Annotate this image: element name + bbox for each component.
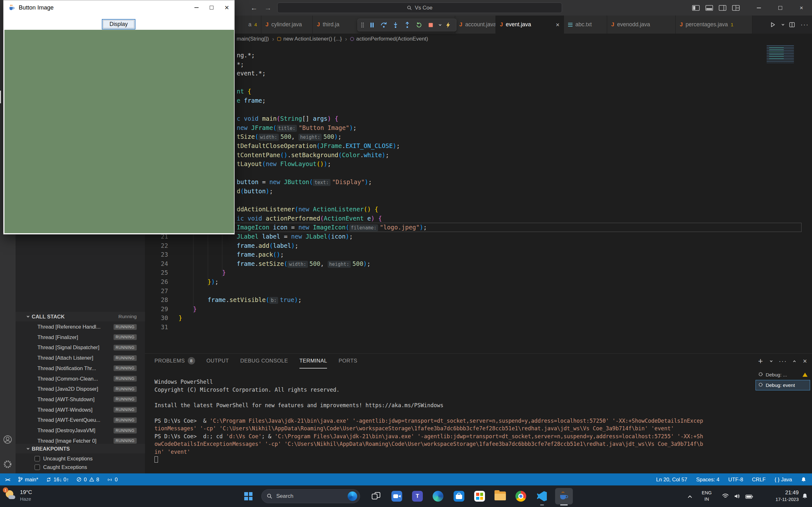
panel-tab-terminal[interactable]: TERMINAL: [299, 354, 327, 369]
settings-gear-icon[interactable]: [3, 459, 12, 470]
eol-setting[interactable]: CRLF: [752, 476, 766, 483]
terminal-instance[interactable]: Debug: event: [756, 380, 810, 390]
remote-indicator[interactable]: ><: [5, 477, 10, 482]
close-panel-icon[interactable]: ×: [803, 357, 807, 365]
nav-forward-icon[interactable]: →: [264, 4, 271, 12]
panel-tab-debug-console[interactable]: DEBUG CONSOLE: [241, 354, 288, 369]
git-branch-indicator[interactable]: main*: [18, 476, 38, 483]
swing-minimize-button[interactable]: [189, 0, 204, 15]
clock[interactable]: 21:49 17-11-2023: [761, 490, 799, 502]
tab-evenodd-java[interactable]: Jevenodd.java: [607, 15, 676, 34]
chrome-icon[interactable]: [513, 488, 529, 504]
maximize-panel-icon[interactable]: [793, 360, 796, 363]
task-view-icon[interactable]: [368, 488, 385, 504]
taskbar-notifications-bell-icon[interactable]: [802, 493, 808, 507]
chat-icon[interactable]: [389, 488, 405, 504]
swing-titlebar[interactable]: Button Image ×: [3, 0, 235, 15]
nav-back-icon[interactable]: ←: [251, 4, 258, 12]
language-indicator[interactable]: ENG IN: [698, 490, 716, 502]
maximize-button[interactable]: [769, 0, 791, 15]
thread-row[interactable]: Thread [AWT-Shutdown]RUNNING: [15, 395, 145, 404]
tab-event-java[interactable]: Jevent.java×: [496, 15, 564, 34]
thread-row[interactable]: Thread [Attach Listener]RUNNING: [15, 353, 145, 363]
split-editor-icon[interactable]: [789, 22, 795, 27]
tab-percentages-java[interactable]: Jpercentages.java1: [676, 15, 752, 34]
thread-row[interactable]: Thread [Signal Dispatcher]RUNNING: [15, 343, 145, 352]
close-button[interactable]: ×: [791, 0, 812, 15]
thread-row[interactable]: Thread [DestroyJavaVM]RUNNING: [15, 426, 145, 435]
restart-icon[interactable]: [415, 21, 423, 29]
stop-dropdown-icon[interactable]: [439, 23, 441, 26]
file-explorer-icon[interactable]: [492, 488, 508, 504]
more-actions-icon[interactable]: ···: [801, 21, 809, 28]
battery-icon[interactable]: [745, 494, 753, 507]
stop-icon[interactable]: [427, 21, 435, 29]
tab-account-java[interactable]: Jaccount.java: [455, 15, 496, 34]
panel-tab-problems[interactable]: PROBLEMS8: [154, 354, 195, 369]
command-center-search[interactable]: Vs Coe: [277, 3, 562, 13]
checkbox[interactable]: [35, 464, 40, 470]
hot-code-replace-icon[interactable]: [445, 21, 452, 29]
vscode-icon[interactable]: [534, 488, 550, 504]
thread-row[interactable]: Thread [Reference Handl...RUNNING: [15, 322, 145, 332]
teams-icon[interactable]: T: [409, 488, 425, 504]
microsoft-icon[interactable]: [472, 488, 488, 504]
minimize-button[interactable]: [748, 0, 769, 15]
toggle-primary-sidebar-icon[interactable]: [692, 5, 700, 11]
ports-indicator[interactable]: 0: [107, 476, 118, 483]
toggle-panel-icon[interactable]: [705, 5, 713, 11]
panel-tab-ports[interactable]: PORTS: [339, 354, 357, 369]
notifications-bell-icon[interactable]: [801, 477, 806, 482]
call-stack-header[interactable]: CALL STACK Running: [15, 312, 145, 321]
run-java-button[interactable]: [769, 21, 776, 28]
accounts-icon[interactable]: [3, 435, 12, 446]
breakpoint-item[interactable]: Uncaught Exceptions: [15, 454, 145, 463]
new-terminal-icon[interactable]: +: [758, 356, 763, 366]
breadcrumb-item[interactable]: main(String[]): [237, 36, 269, 42]
tray-chevron-icon[interactable]: [689, 486, 692, 507]
panel-tab-output[interactable]: OUTPUT: [206, 354, 229, 369]
terminal-output[interactable]: Windows PowerShellCopyright (C) Microsof…: [154, 378, 751, 471]
swing-close-button[interactable]: ×: [219, 0, 235, 15]
code-editor[interactable]: 1234567891011121314151617181920212223242…: [145, 44, 812, 353]
weather-widget[interactable]: 1 19°C Haze: [4, 488, 32, 502]
thread-row[interactable]: Thread [Java2D Disposer]RUNNING: [15, 384, 145, 394]
swing-maximize-button[interactable]: [204, 0, 219, 15]
tab-cylinder-java[interactable]: Jcylinder.java: [261, 15, 313, 34]
start-button[interactable]: [244, 492, 252, 500]
wifi-icon[interactable]: [722, 493, 729, 507]
terminal-instance[interactable]: Debug: ...: [756, 370, 810, 380]
volume-icon[interactable]: [734, 493, 740, 507]
indentation-setting[interactable]: Spaces: 4: [696, 476, 719, 483]
thread-row[interactable]: Thread [Notification Thr...RUNNING: [15, 363, 145, 373]
toggle-secondary-sidebar-icon[interactable]: [719, 5, 726, 11]
panel-more-icon[interactable]: ···: [779, 357, 787, 365]
checkbox[interactable]: [35, 456, 40, 461]
thread-row[interactable]: Thread [AWT-EventQueu...RUNNING: [15, 415, 145, 425]
step-into-icon[interactable]: [392, 21, 399, 29]
problems-indicator[interactable]: 0 8: [77, 476, 99, 483]
breadcrumb-item[interactable]: actionPerformed(ActionEvent): [350, 36, 428, 42]
tab-close-icon[interactable]: ×: [556, 21, 560, 28]
language-mode[interactable]: { } Java: [774, 476, 792, 483]
terminal-dropdown-icon[interactable]: [770, 359, 772, 362]
drag-grip-icon[interactable]: [361, 22, 364, 28]
pause-icon[interactable]: [368, 21, 376, 29]
step-out-icon[interactable]: [403, 21, 411, 29]
java-app-taskbar-icon[interactable]: [555, 488, 573, 504]
breakpoint-item[interactable]: Caught Exceptions: [15, 463, 145, 471]
cursor-position[interactable]: Ln 20, Col 57: [656, 476, 687, 483]
breakpoints-header[interactable]: BREAKPOINTS: [15, 444, 145, 453]
run-dropdown-icon[interactable]: [781, 23, 784, 25]
thread-row[interactable]: Thread [AWT-Windows]RUNNING: [15, 405, 145, 415]
customize-layout-icon[interactable]: [732, 5, 740, 11]
encoding-setting[interactable]: UTF-8: [728, 476, 743, 483]
git-sync-indicator[interactable]: 16↓ 0↑: [46, 476, 69, 483]
taskbar-search[interactable]: Search: [261, 489, 360, 503]
display-button[interactable]: Display: [102, 19, 136, 30]
edge-icon[interactable]: [430, 488, 446, 504]
swing-window[interactable]: Button Image × Display: [3, 0, 235, 234]
breadcrumb-item[interactable]: new ActionListener() {...}: [277, 36, 342, 42]
thread-row[interactable]: Thread [Common-Clean...RUNNING: [15, 374, 145, 384]
tab-abc-txt[interactable]: abc.txt: [564, 15, 607, 34]
